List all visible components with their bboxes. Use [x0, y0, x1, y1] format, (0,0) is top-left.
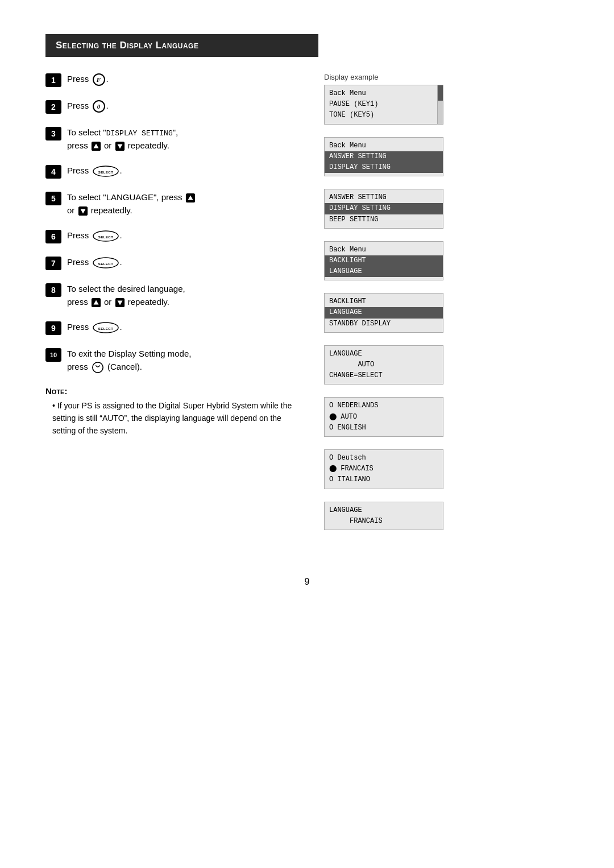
panel-line-8-1: O Deutsch: [329, 453, 438, 464]
step-9: 9 Press SELECT .: [45, 321, 301, 335]
btn-0: 0: [93, 100, 105, 113]
page-title-bar: Selecting the Display Language: [45, 34, 318, 57]
panel-line-7-3: O ENGLISH: [329, 423, 438, 433]
panel-line-5-2: LANGUAGE: [325, 307, 443, 318]
step-6: 6 Press SELECT .: [45, 229, 301, 243]
display-column: Display example Back Menu PAUSE (KEY1) T…: [318, 73, 569, 543]
btn-f: F: [93, 73, 105, 86]
display-group-8: O Deutsch ⬤ FRANCAIS O ITALIANO: [324, 449, 569, 489]
panel-line-3-3: BEEP SETTING: [329, 214, 438, 225]
select-btn-icon-4: SELECT: [93, 166, 119, 177]
panel-content-1: Back Menu PAUSE (KEY1) TONE (KEY5): [325, 85, 437, 124]
step-4: 4 Press SELECT .: [45, 164, 301, 179]
step-text-8: To select the desired language, press or…: [67, 283, 185, 308]
panel-line-1-2: PAUSE (KEY1): [329, 99, 433, 110]
display-group-9: LANGUAGE FRANCAIS: [324, 502, 569, 530]
step-number-8: 8: [45, 283, 61, 297]
panel-line-8-2: ⬤ FRANCAIS: [329, 464, 438, 474]
step-number-4: 4: [45, 165, 61, 179]
step-text-5: To select "LANGUAGE", press or repeatedl…: [67, 191, 196, 217]
step-number-6: 6: [45, 230, 61, 243]
svg-text:SELECT: SELECT: [98, 262, 113, 266]
page-number: 9: [45, 577, 569, 587]
svg-text:SELECT: SELECT: [98, 235, 113, 239]
step-number-7: 7: [45, 257, 61, 270]
step-text-6: Press SELECT .: [67, 229, 122, 242]
display-panel-1: Back Menu PAUSE (KEY1) TONE (KEY5): [324, 85, 443, 125]
arrow-up-icon-8: [91, 297, 101, 308]
steps-column: 1 Press F. 2 Press 0. 3 To select "DISPL…: [45, 73, 318, 543]
panel-line-4-3: LANGUAGE: [325, 266, 443, 277]
step-5: 5 To select "LANGUAGE", press or repeate…: [45, 191, 301, 217]
step-text-2: Press 0.: [67, 100, 109, 113]
display-group-2: Back Menu ANSWER SETTING DISPLAY SETTING: [324, 137, 569, 177]
step-2: 2 Press 0.: [45, 100, 301, 114]
display-panel-4: Back Menu BACKLIGHT LANGUAGE: [324, 241, 443, 281]
step-text-4: Press SELECT .: [67, 164, 122, 177]
panel-line-9-2: FRANCAIS: [329, 516, 438, 527]
cancel-btn-icon: [92, 361, 104, 374]
panel-line-5-1: BACKLIGHT: [329, 296, 438, 307]
step-10: 10 To exit the Display Setting mode, pre…: [45, 348, 301, 374]
step-text-1: Press F.: [67, 73, 109, 86]
panel-line-6-1: LANGUAGE: [329, 349, 438, 359]
step-number-2: 2: [45, 100, 61, 114]
arrow-down-icon: [115, 141, 125, 151]
step-text-3: To select "DISPLAY SETTING", press or re…: [67, 126, 178, 152]
display-group-4: Back Menu BACKLIGHT LANGUAGE: [324, 241, 569, 281]
panel-line-3-2: DISPLAY SETTING: [325, 203, 443, 214]
display-panel-2: Back Menu ANSWER SETTING DISPLAY SETTING: [324, 137, 443, 177]
display-group-6: LANGUAGE AUTO CHANGE=SELECT: [324, 345, 569, 385]
title-text: Selecting the Display Language: [56, 40, 198, 51]
display-panel-5: BACKLIGHT LANGUAGE STANDBY DISPLAY: [324, 293, 443, 333]
svg-text:SELECT: SELECT: [98, 327, 113, 330]
display-group-1: Back Menu PAUSE (KEY1) TONE (KEY5): [324, 85, 569, 125]
step-text-9: Press SELECT .: [67, 321, 122, 334]
panel-line-8-3: O ITALIANO: [329, 474, 438, 485]
step-8: 8 To select the desired language, press …: [45, 283, 301, 308]
note-text: If your PS is assigned to the Digital Su…: [45, 399, 301, 437]
select-btn-icon-9: SELECT: [93, 322, 119, 333]
note-section: Note: If your PS is assigned to the Digi…: [45, 386, 301, 437]
panel-line-6-2: AUTO: [329, 359, 438, 370]
panel-line-5-3: STANDBY DISPLAY: [329, 319, 438, 329]
panel-line-7-2: ⬤ AUTO: [329, 412, 438, 423]
arrow-up-icon-5: [185, 193, 196, 203]
display-example-label: Display example: [324, 73, 569, 81]
step-number-10: 10: [45, 348, 61, 362]
display-group-7: O NEDERLANDS ⬤ AUTO O ENGLISH: [324, 397, 569, 437]
step-number-1: 1: [45, 73, 61, 87]
panel-line-7-1: O NEDERLANDS: [329, 400, 438, 411]
step-number-5: 5: [45, 192, 61, 205]
display-panel-7: O NEDERLANDS ⬤ AUTO O ENGLISH: [324, 397, 443, 437]
panel-line-4-2: BACKLIGHT: [325, 255, 443, 266]
step-7: 7 Press SELECT .: [45, 256, 301, 270]
step-number-9: 9: [45, 321, 61, 335]
display-group-5: BACKLIGHT LANGUAGE STANDBY DISPLAY: [324, 293, 569, 333]
arrow-down-icon-5: [78, 206, 88, 216]
panel-line-2-2: ANSWER SETTING: [325, 151, 443, 162]
arrow-down-icon-8: [115, 297, 125, 308]
panel-line-2-1: Back Menu: [329, 140, 438, 151]
panel-line-1-1: Back Menu: [329, 88, 433, 99]
scrollbar-thumb-1: [438, 85, 443, 101]
panel-line-4-1: Back Menu: [329, 245, 438, 255]
step-number-3: 3: [45, 127, 61, 140]
panel-line-6-3: CHANGE=SELECT: [329, 370, 438, 381]
step-text-7: Press SELECT .: [67, 256, 122, 269]
step-text-10: To exit the Display Setting mode, press …: [67, 348, 191, 374]
select-btn-icon-7: SELECT: [93, 257, 119, 268]
panel-line-9-1: LANGUAGE: [329, 505, 438, 516]
display-panel-9: LANGUAGE FRANCAIS: [324, 502, 443, 530]
panel-scrollbar-1: [437, 85, 443, 124]
arrow-up-icon: [91, 141, 101, 151]
step-3: 3 To select "DISPLAY SETTING", press or …: [45, 126, 301, 152]
display-panel-8: O Deutsch ⬤ FRANCAIS O ITALIANO: [324, 449, 443, 489]
svg-point-20: [93, 362, 103, 372]
select-btn-icon-6: SELECT: [93, 230, 119, 242]
svg-text:SELECT: SELECT: [98, 171, 113, 174]
panel-line-2-3: DISPLAY SETTING: [325, 162, 443, 173]
display-group-3: ANSWER SETTING DISPLAY SETTING BEEP SETT…: [324, 189, 569, 229]
display-panel-6: LANGUAGE AUTO CHANGE=SELECT: [324, 345, 443, 385]
panel-line-1-3: TONE (KEY5): [329, 110, 433, 121]
